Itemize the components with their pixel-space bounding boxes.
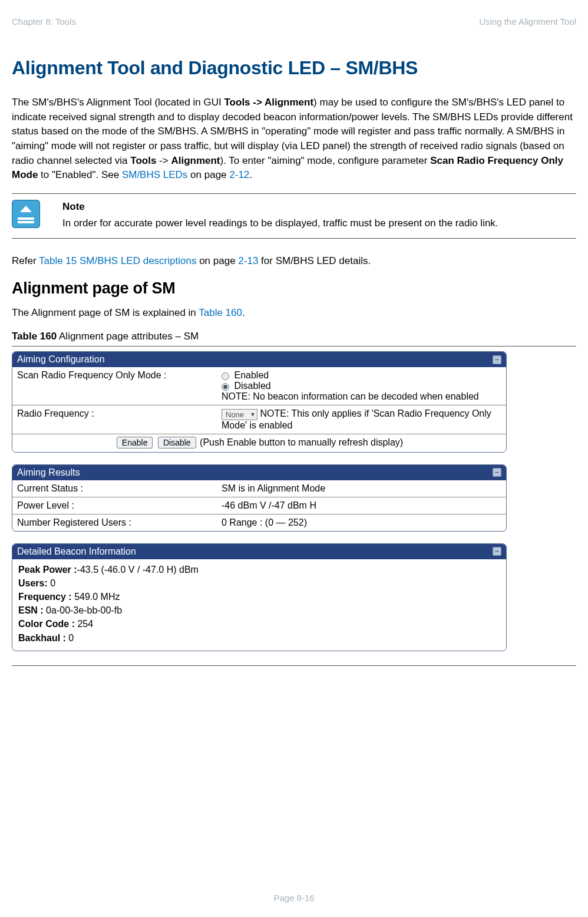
radio-disabled-label: Disabled (234, 381, 270, 391)
beacon-value: 549.0 MHz (72, 592, 120, 602)
page-title: Alignment Tool and Diagnostic LED – SM/B… (12, 57, 576, 79)
scan-mode-label: Scan Radio Frequency Only Mode : (12, 367, 222, 405)
link-table15[interactable]: Table 15 SM/BHS LED descriptions (39, 255, 196, 266)
result-label: Power Level : (12, 497, 222, 514)
radio-enabled-label: Enabled (234, 370, 269, 380)
link-smbhs-leds[interactable]: SM/BHS LEDs (122, 169, 187, 180)
beacon-key: ESN : (18, 605, 44, 615)
beacon-key: Backhaul : (18, 633, 66, 643)
intro-paragraph: The SM's/BHS's Alignment Tool (located i… (12, 95, 576, 183)
beacon-value: 0 (48, 578, 55, 588)
page-number: Page 8-16 (0, 893, 588, 903)
text: . (249, 169, 252, 180)
radio-frequency-note: NOTE: This only applies if 'Scan Radio F… (222, 408, 491, 430)
panel-title: Aiming Results (17, 467, 80, 478)
text: -> (156, 155, 171, 166)
link-table160[interactable]: Table 160 (199, 307, 242, 318)
footer-rule (12, 665, 576, 666)
result-label: Number Registered Users : (12, 514, 222, 531)
collapse-icon[interactable]: − (493, 355, 501, 364)
beacon-body: Peak Power :-43.5 (-46.0 V / -47.0 H) dB… (12, 559, 506, 651)
enable-button[interactable]: Enable (117, 437, 153, 448)
aiming-configuration-panel: Aiming Configuration − Scan Radio Freque… (12, 351, 507, 452)
section-heading: Alignment page of SM (12, 279, 576, 298)
text: Refer (12, 255, 39, 266)
text: . (242, 307, 245, 318)
result-row: Number Registered Users : 0 Range : (0 —… (12, 514, 506, 531)
beacon-value: -43.5 (-46.0 V / -47.0 H) dBm (77, 565, 199, 575)
text-bold: Tools -> Alignment (224, 97, 314, 108)
beacon-key: Peak Power : (18, 565, 77, 575)
text-bold: Tools (130, 155, 156, 166)
radio-frequency-label: Radio Frequency : (12, 405, 222, 433)
beacon-value: 0 (66, 633, 74, 643)
panel-title: Detailed Beacon Information (17, 546, 136, 557)
scan-mode-note: NOTE: No beacon information can be decod… (222, 391, 504, 402)
text: ). To enter "aiming" mode, configure par… (220, 155, 431, 166)
explain-paragraph: The Alignment page of SM is explained in… (12, 306, 576, 321)
collapse-icon[interactable]: − (493, 547, 501, 556)
figure-table160: Aiming Configuration − Scan Radio Freque… (12, 351, 507, 651)
button-hint: (Push Enable button to manually refresh … (200, 437, 403, 447)
beacon-key: Color Code : (18, 619, 75, 629)
beacon-value: 254 (75, 619, 93, 629)
radio-disabled[interactable] (222, 383, 229, 391)
result-value: SM is in Alignment Mode (222, 480, 506, 497)
caption-rule (12, 346, 576, 347)
link-page-213[interactable]: 2-13 (238, 255, 258, 266)
caption-number: Table 160 (12, 331, 57, 342)
result-value: -46 dBm V /-47 dBm H (222, 497, 506, 514)
text-bold: Alignment (171, 155, 220, 166)
aiming-results-panel: Aiming Results − Current Status : SM is … (12, 464, 507, 532)
text: on page (196, 255, 238, 266)
text: The Alignment page of SM is explained in (12, 307, 199, 318)
note-icon (12, 200, 40, 228)
note-block: Note In order for accurate power level r… (12, 193, 576, 239)
result-label: Current Status : (12, 480, 222, 497)
beacon-value: 0a-00-3e-bb-00-fb (44, 605, 122, 615)
text: on page (187, 169, 229, 180)
link-page-212[interactable]: 2-12 (229, 169, 249, 180)
refer-paragraph: Refer Table 15 SM/BHS LED descriptions o… (12, 254, 576, 269)
header-right: Using the Alignment Tool (479, 17, 576, 27)
beacon-key: Frequency : (18, 592, 72, 602)
disable-button[interactable]: Disable (158, 437, 196, 448)
table-caption: Table 160 Alignment page attributes – SM (12, 331, 576, 342)
beacon-key: Users: (18, 578, 48, 588)
text: for SM/BHS LED details. (258, 255, 371, 266)
caption-text: Alignment page attributes – SM (57, 331, 199, 342)
note-body: In order for accurate power level readin… (62, 217, 498, 229)
detailed-beacon-panel: Detailed Beacon Information − Peak Power… (12, 543, 507, 651)
header-left: Chapter 8: Tools (12, 17, 76, 27)
note-heading: Note (62, 200, 572, 215)
text: to "Enabled". See (38, 169, 122, 180)
radio-frequency-select[interactable]: None (222, 409, 257, 420)
radio-enabled[interactable] (222, 372, 229, 380)
result-row: Power Level : -46 dBm V /-47 dBm H (12, 497, 506, 514)
result-value: 0 Range : (0 — 252) (222, 514, 506, 531)
panel-title: Aiming Configuration (17, 354, 105, 365)
result-row: Current Status : SM is in Alignment Mode (12, 480, 506, 497)
text: The SM's/BHS's Alignment Tool (located i… (12, 97, 224, 108)
collapse-icon[interactable]: − (493, 468, 501, 477)
